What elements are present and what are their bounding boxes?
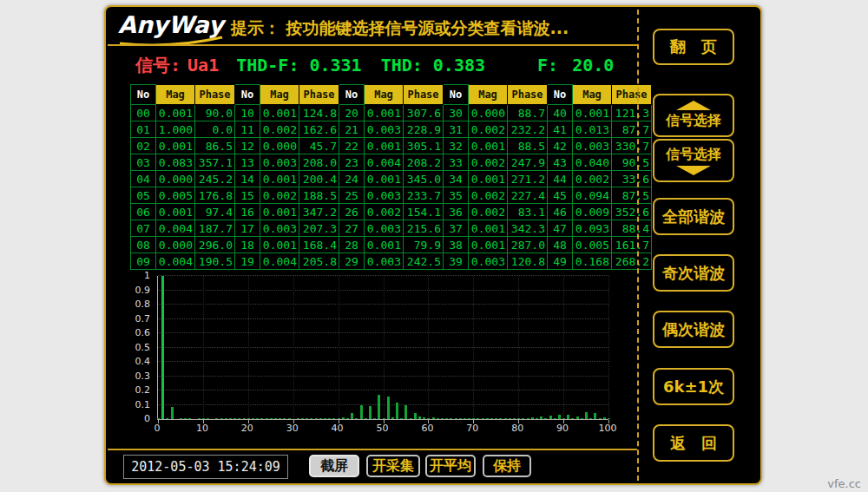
harmonic-phase-cell: 162.6 xyxy=(299,121,339,138)
harmonic-bar xyxy=(383,418,385,419)
harmonic-bar xyxy=(495,418,497,419)
harmonic-phase-cell: 200.4 xyxy=(299,171,339,187)
harmonic-phase-cell: 347.2 xyxy=(299,204,339,220)
harmonic-bar xyxy=(198,418,201,419)
harmonic-mag-cell: 0.001 xyxy=(365,105,404,121)
signal-name: Ua1 xyxy=(187,55,219,75)
harmonic-bar xyxy=(576,417,579,419)
harmonic-mag-cell: 0.000 xyxy=(260,138,299,154)
harmonic-mag-cell: 0.005 xyxy=(573,237,612,253)
return-button[interactable]: 返 回 xyxy=(653,424,734,462)
harmonic-phase-cell: 124.8 xyxy=(299,105,339,121)
harmonic-mag-cell: 0.083 xyxy=(156,154,195,171)
harmonic-mag-cell: 0.003 xyxy=(365,187,404,204)
harmonic-phase-cell: 330.7 xyxy=(612,138,652,154)
harmonic-bar xyxy=(509,418,511,419)
harmonic-no-cell: 43 xyxy=(548,154,573,171)
harmonic-mag-cell: 0.000 xyxy=(156,171,195,187)
table-header-cell: No xyxy=(131,85,156,105)
harmonic-bar xyxy=(558,415,561,419)
even-harmonics-button[interactable]: 偶次谐波 xyxy=(653,311,734,348)
harmonic-mag-cell: 0.003 xyxy=(469,253,508,270)
table-row: 000.00190.0100.001124.8200.001307.6300.0… xyxy=(131,105,652,121)
harmonic-mag-cell: 0.002 xyxy=(573,171,612,187)
signal-label: 信号: xyxy=(135,54,181,77)
all-harmonics-button[interactable]: 全部谐波 xyxy=(653,198,734,235)
harmonic-mag-cell: 0.001 xyxy=(365,237,404,253)
harmonic-phase-cell: 90.5 xyxy=(612,154,652,171)
return-label: 返 回 xyxy=(670,433,717,454)
table-header-cell: Mag xyxy=(156,85,195,105)
harmonic-no-cell: 32 xyxy=(444,138,469,154)
harmonic-mag-cell: 0.002 xyxy=(469,187,508,204)
harmonic-bar xyxy=(608,418,610,419)
start-acquisition-button[interactable]: 开采集 xyxy=(366,455,420,477)
six-k-plus-minus-one-button[interactable]: 6k±1次 xyxy=(653,368,734,405)
harmonic-no-cell: 46 xyxy=(548,204,573,220)
harmonic-phase-cell: 228.9 xyxy=(404,121,444,138)
harmonic-bar xyxy=(513,418,516,419)
harmonic-bar xyxy=(517,418,520,419)
table-row: 060.00197.4160.001347.2260.002154.1360.0… xyxy=(131,204,652,220)
harmonic-mag-cell: 0.000 xyxy=(469,105,508,121)
signal-select-up-button[interactable]: 信号选择 xyxy=(653,94,734,137)
signal-summary: 信号: Ua1 THD-F: 0.331 THD: 0.383 F: 20.0 xyxy=(135,54,614,76)
harmonics-chart xyxy=(157,276,608,420)
harmonic-phase-cell: 168.4 xyxy=(299,237,339,253)
harmonic-bar xyxy=(450,418,452,419)
harmonic-phase-cell: 33.6 xyxy=(612,171,652,187)
table-row: 030.083357.1130.003208.0230.004208.2330.… xyxy=(131,154,652,171)
harmonic-no-cell: 14 xyxy=(235,171,260,187)
odd-harmonics-button[interactable]: 奇次谐波 xyxy=(653,254,734,292)
harmonic-bar xyxy=(396,403,398,419)
harmonic-bar xyxy=(404,405,407,419)
harmonic-mag-cell: 0.013 xyxy=(573,121,612,138)
harmonic-bar xyxy=(365,418,367,419)
start-average-button[interactable]: 开平均 xyxy=(425,455,476,477)
harmonic-bar xyxy=(233,418,236,419)
harmonic-bar xyxy=(215,418,218,419)
v-gridline xyxy=(473,276,474,419)
harmonic-no-cell: 41 xyxy=(548,121,573,138)
harmonic-mag-cell: 0.005 xyxy=(156,187,195,204)
harmonic-no-cell: 23 xyxy=(339,154,365,171)
v-gridline xyxy=(608,276,609,419)
harmonic-bar xyxy=(554,418,556,419)
anyway-logo-text: AnyWay xyxy=(118,11,224,38)
harmonic-no-cell: 12 xyxy=(235,138,260,154)
harmonic-no-cell: 40 xyxy=(548,105,573,121)
screenshot-button[interactable]: 截屏 xyxy=(309,455,359,477)
harmonic-no-cell: 30 xyxy=(444,105,469,121)
harmonic-mag-cell: 0.001 xyxy=(469,138,508,154)
harmonic-bar xyxy=(490,418,493,419)
harmonic-no-cell: 01 xyxy=(131,121,156,138)
harmonic-bar xyxy=(319,418,322,419)
y-axis-tick-label: 0.6 xyxy=(121,327,150,338)
hold-button[interactable]: 保持 xyxy=(483,455,531,477)
harmonic-bar xyxy=(238,418,240,419)
harmonic-phase-cell: 187.7 xyxy=(195,220,235,237)
harmonic-bar xyxy=(297,418,299,419)
harmonic-no-cell: 10 xyxy=(235,105,260,121)
harmonic-no-cell: 34 xyxy=(444,171,469,187)
harmonic-no-cell: 49 xyxy=(548,253,573,270)
harmonic-no-cell: 21 xyxy=(339,121,365,138)
arrow-up-icon xyxy=(676,101,711,110)
page-turn-button[interactable]: 翻 页 xyxy=(653,29,734,65)
harmonic-no-cell: 28 xyxy=(339,237,365,253)
harmonics-table: NoMagPhaseNoMagPhaseNoMagPhaseNoMagPhase… xyxy=(130,84,652,270)
y-axis-tick-label: 0.1 xyxy=(121,399,150,410)
harmonic-bar xyxy=(161,276,164,419)
harmonic-mag-cell: 0.093 xyxy=(573,220,612,237)
table-header-cell: Mag xyxy=(469,85,508,105)
harmonic-mag-cell: 0.001 xyxy=(365,171,404,187)
harmonic-mag-cell: 0.004 xyxy=(156,220,195,237)
harmonic-bar xyxy=(418,417,421,419)
harmonic-phase-cell: 307.6 xyxy=(404,105,444,121)
signal-select-down-button[interactable]: 信号选择 xyxy=(653,139,734,182)
harmonic-no-cell: 26 xyxy=(339,204,365,220)
y-axis-tick-label: 1 xyxy=(121,270,150,281)
harmonic-phase-cell: 352.6 xyxy=(612,204,652,220)
x-axis-tick-label: 30 xyxy=(279,423,306,434)
harmonic-no-cell: 48 xyxy=(548,237,573,253)
